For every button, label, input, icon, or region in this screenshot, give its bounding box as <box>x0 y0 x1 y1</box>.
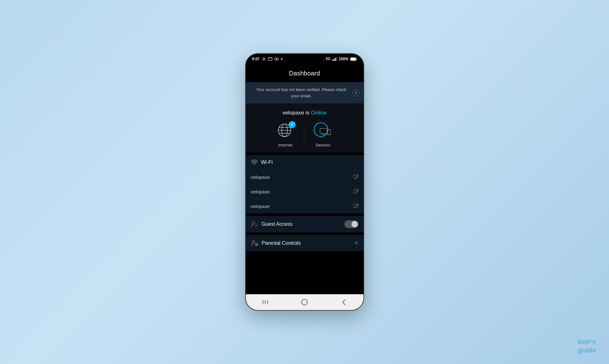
svg-rect-6 <box>332 60 333 61</box>
parental-controls-section: Parental Controls + <box>246 235 363 251</box>
svg-rect-8 <box>335 58 336 61</box>
battery-icon <box>350 57 357 61</box>
svg-point-0 <box>263 58 265 60</box>
page-title: Dashboard <box>289 70 320 77</box>
wifi-network-name-1: velopaxe <box>251 174 270 180</box>
parental-controls-expand-icon[interactable]: + <box>355 239 358 247</box>
parental-controls-title: Parental Controls <box>262 240 301 246</box>
launch-icon-1 <box>353 175 358 180</box>
svg-rect-12 <box>356 58 357 60</box>
parental-left: Parental Controls <box>251 240 301 246</box>
launch-icon-2 <box>353 189 358 194</box>
internet-icon-wrap: ✓ <box>277 122 294 140</box>
check-badge: ✓ <box>289 121 296 128</box>
wifi-title: Wi-Fi <box>261 159 273 165</box>
phone-frame: 9:07 <box>245 53 364 311</box>
close-icon: × <box>355 90 357 96</box>
svg-rect-11 <box>350 58 356 60</box>
alert-message: Your account has not been verified. Plea… <box>252 87 351 99</box>
recents-bars-icon <box>262 300 268 305</box>
external-link-icon-1 <box>353 175 358 180</box>
home-button[interactable] <box>285 294 324 310</box>
guest-access-title: Guest Access <box>262 221 293 227</box>
battery-text: 100% <box>339 57 349 61</box>
devices-label: Devices <box>316 143 330 147</box>
svg-point-31 <box>252 241 255 243</box>
alert-banner: Your account has not been verified. Plea… <box>246 82 363 103</box>
home-circle-icon <box>301 299 308 306</box>
svg-rect-9 <box>336 57 337 61</box>
svg-point-5 <box>281 58 282 60</box>
wifi-icon <box>251 159 258 165</box>
svg-rect-1 <box>268 57 272 61</box>
parental-header: Parental Controls + <box>246 235 363 251</box>
notification-icon <box>268 57 272 61</box>
status-value: Online <box>311 110 326 116</box>
status-prefix: velopaxe is <box>283 110 310 116</box>
dot-icon <box>281 58 283 60</box>
signal-bars-icon <box>332 57 337 61</box>
external-link-icon-3 <box>353 204 358 209</box>
guest-header: Guest Access <box>246 216 363 232</box>
recents-icon <box>262 300 268 305</box>
status-left: 9:07 <box>252 57 283 61</box>
svg-rect-7 <box>334 59 335 61</box>
watermark: tom's guide <box>578 338 596 354</box>
status-right: 5G 100% <box>321 57 357 61</box>
toggle-knob <box>351 221 358 227</box>
svg-point-2 <box>274 58 276 60</box>
voicemail-icon <box>274 57 279 61</box>
svg-point-38 <box>302 299 307 305</box>
watermark-line1: tom's <box>578 338 596 346</box>
parental-controls-icon <box>251 240 259 246</box>
internet-status-item[interactable]: ✓ Internet <box>267 122 304 147</box>
header: Dashboard <box>246 64 363 82</box>
wifi-network-name-3: velopaxe <box>251 204 270 209</box>
wifi-section: Wi-Fi velopaxe velopaxe <box>246 155 363 213</box>
internet-label: Internet <box>278 143 292 147</box>
wifi-network-name-2: velopaxe <box>251 189 270 194</box>
wifi-item-3[interactable]: velopaxe <box>246 199 363 213</box>
launch-icon-3 <box>353 204 358 209</box>
svg-line-25 <box>356 175 358 178</box>
svg-line-29 <box>356 204 358 207</box>
network-type: 5G <box>321 57 331 61</box>
devices-status-item[interactable]: Devices <box>304 122 342 147</box>
screen: Dashboard Your account has not been veri… <box>246 64 363 294</box>
svg-rect-18 <box>320 128 327 133</box>
status-section: velopaxe is Online ✓ <box>246 103 363 153</box>
svg-point-23 <box>254 165 254 165</box>
wifi-bars-icon <box>321 57 326 61</box>
devices-icon-wrap <box>314 122 333 140</box>
back-button[interactable] <box>324 294 363 310</box>
svg-point-3 <box>277 58 278 60</box>
wifi-section-header: Wi-Fi <box>246 155 363 170</box>
back-nav-icon <box>342 299 346 305</box>
home-nav-icon <box>301 299 308 306</box>
online-status-text: velopaxe is Online <box>252 110 357 116</box>
time-display: 9:07 <box>252 57 260 61</box>
guest-access-toggle[interactable] <box>344 220 358 228</box>
status-bar: 9:07 <box>246 54 363 64</box>
svg-point-30 <box>252 222 255 224</box>
wifi-item-1[interactable]: velopaxe <box>246 170 363 185</box>
guest-section: Guest Access <box>246 216 363 232</box>
bottom-nav <box>246 294 363 310</box>
wifi-item-2[interactable]: velopaxe <box>246 185 363 199</box>
devices-svg-icon <box>314 124 333 139</box>
settings-icon <box>262 57 266 61</box>
svg-line-27 <box>356 190 358 192</box>
guest-access-icon <box>251 221 259 227</box>
status-icons-row: ✓ Internet <box>252 122 357 147</box>
external-link-icon-2 <box>353 189 358 194</box>
back-chevron-icon <box>342 299 346 305</box>
guest-left: Guest Access <box>251 221 293 227</box>
recents-button[interactable] <box>246 294 285 310</box>
alert-close-button[interactable]: × <box>353 89 360 96</box>
watermark-line2: guide <box>578 346 596 354</box>
